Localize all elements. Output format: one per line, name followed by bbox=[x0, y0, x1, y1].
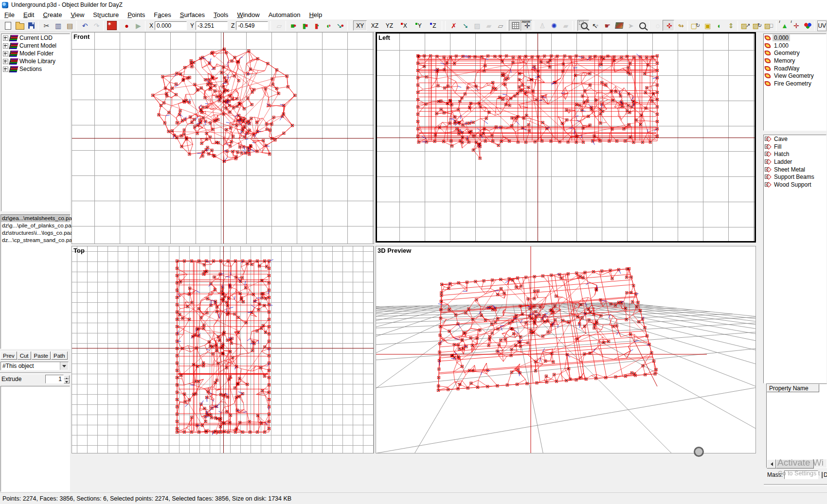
menu-item-faces[interactable]: Faces bbox=[149, 10, 175, 19]
bar-icon[interactable]: ▮▪ bbox=[311, 20, 323, 31]
solid-cube-icon[interactable]: ▰ bbox=[482, 20, 494, 31]
plane-button-y[interactable]: Y bbox=[412, 20, 425, 31]
property-hscrollbar[interactable] bbox=[767, 459, 827, 468]
menu-item-file[interactable]: File bbox=[0, 10, 19, 19]
save-icon[interactable] bbox=[25, 20, 36, 31]
zoom-region-icon[interactable] bbox=[577, 20, 589, 31]
normals-icon[interactable]: norm✛ bbox=[521, 20, 532, 31]
cylinders-icon[interactable]: ◖◗ bbox=[323, 20, 334, 31]
menu-item-help[interactable]: Help bbox=[305, 10, 326, 19]
extrude-spinner[interactable] bbox=[64, 375, 70, 383]
menu-item-structure[interactable]: Structure bbox=[89, 10, 123, 19]
deselect-icon[interactable]: ✗ bbox=[447, 20, 459, 31]
left-mesh-canvas[interactable] bbox=[377, 34, 755, 241]
lod-item-memory[interactable]: Memory bbox=[764, 57, 826, 65]
soft-curves-icon[interactable]: ↬ bbox=[674, 20, 686, 31]
viewport-3d-preview[interactable]: 3D Preview bbox=[376, 246, 756, 453]
selection-item-wood-support[interactable]: Wood Support bbox=[764, 181, 826, 189]
menu-item-points[interactable]: Points bbox=[123, 10, 149, 19]
paste-icon[interactable]: ▤ bbox=[63, 20, 75, 31]
plane-button-yz[interactable]: YZ bbox=[382, 20, 396, 31]
tree-item-current-model[interactable]: Current Model bbox=[1, 42, 70, 50]
magnifier-icon[interactable] bbox=[636, 20, 647, 31]
surface-icon[interactable]: ▰ bbox=[559, 20, 571, 31]
dropdown-arrow-icon[interactable] bbox=[60, 362, 68, 370]
cut-icon[interactable]: ✂ bbox=[40, 20, 52, 31]
property-name-header[interactable]: Property Name bbox=[767, 384, 819, 392]
expand-plus-icon[interactable] bbox=[3, 43, 8, 49]
object-filter-dropdown[interactable]: #This object bbox=[0, 362, 69, 370]
menu-item-surfaces[interactable]: Surfaces bbox=[176, 10, 209, 19]
wire-cube-icon[interactable]: ▱ bbox=[494, 20, 505, 31]
lod-item-roadway[interactable]: RoadWay bbox=[764, 65, 826, 72]
scroll-thumb[interactable] bbox=[776, 459, 814, 469]
plane-button-xz[interactable]: XZ bbox=[368, 20, 381, 31]
dayz-logo-icon[interactable]: ✶ bbox=[105, 20, 117, 31]
menu-item-view[interactable]: View bbox=[66, 10, 89, 19]
front-mesh-canvas[interactable] bbox=[72, 33, 374, 243]
flat-arrow-icon[interactable]: ➤ bbox=[624, 20, 636, 31]
select-through-icon[interactable]: ➘ bbox=[459, 20, 470, 31]
menu-item-automation[interactable]: Automation bbox=[264, 10, 305, 19]
lod-item-view-geometry[interactable]: View Geometry bbox=[764, 72, 826, 80]
open-folder-icon[interactable] bbox=[13, 20, 25, 31]
runner-icon[interactable]: ♙ bbox=[536, 20, 547, 31]
lod-item-1-000[interactable]: 1.000 bbox=[764, 42, 826, 50]
viewport-layout-icon[interactable]: ▱ bbox=[272, 20, 284, 31]
scroll-left-icon[interactable] bbox=[767, 459, 776, 469]
viewport-top[interactable]: Top bbox=[72, 246, 374, 453]
mass-input[interactable] bbox=[784, 470, 818, 479]
coord-x-input[interactable] bbox=[155, 21, 187, 30]
lod-item-0-000[interactable]: 0.000 bbox=[764, 34, 826, 42]
mass-checkbox[interactable] bbox=[822, 472, 823, 478]
redo-icon[interactable]: ↷ bbox=[90, 20, 102, 31]
play-icon[interactable]: ▶ bbox=[132, 20, 144, 31]
lod-item-fire-geometry[interactable]: Fire Geometry bbox=[764, 80, 826, 87]
info-triangle-icon[interactable]: i▲ bbox=[778, 20, 790, 31]
plane-button-z[interactable]: Z bbox=[426, 20, 440, 31]
expand-plus-icon[interactable] bbox=[3, 59, 8, 64]
lod-item-geometry[interactable]: Geometry bbox=[764, 49, 826, 57]
cube-rotate-icon[interactable]: ▨↻ bbox=[751, 20, 763, 31]
nav-button-path[interactable]: Path bbox=[51, 351, 68, 360]
info-axis-icon[interactable]: i✛ bbox=[790, 20, 801, 31]
selection-item-sheet-metal[interactable]: Sheet Metal bbox=[764, 166, 826, 174]
new-file-icon[interactable] bbox=[1, 20, 13, 31]
menu-item-tools[interactable]: Tools bbox=[209, 10, 233, 19]
coord-y-input[interactable] bbox=[196, 21, 228, 30]
expand-plus-icon[interactable] bbox=[3, 35, 8, 41]
selection-item-support-beams[interactable]: Support Beams bbox=[764, 173, 826, 181]
textured-face-icon[interactable] bbox=[612, 20, 624, 31]
tree-item-whole-library[interactable]: Whole Library bbox=[1, 57, 70, 65]
expand-plus-icon[interactable] bbox=[3, 51, 8, 56]
move-all-icon[interactable]: ✜ bbox=[663, 20, 674, 31]
viewport-left[interactable]: Left bbox=[376, 32, 756, 243]
spin-down-icon[interactable] bbox=[64, 379, 70, 383]
menu-item-create[interactable]: Create bbox=[38, 10, 66, 19]
menu-item-edit[interactable]: Edit bbox=[19, 10, 38, 19]
plane-button-x[interactable]: X bbox=[397, 20, 411, 31]
tree-item-sections[interactable]: Sections bbox=[1, 65, 70, 73]
grid-toggle-icon[interactable] bbox=[509, 20, 521, 31]
shade-icon[interactable]: ▨ bbox=[470, 20, 482, 31]
rotate-box-icon[interactable]: ▢↻ bbox=[689, 20, 701, 31]
texture-item-dz-structures-i-logs-co-paa[interactable]: dz\structures\i...\logs_co.paa bbox=[1, 229, 70, 237]
coord-z-input[interactable] bbox=[236, 21, 268, 30]
spin-up-icon[interactable] bbox=[64, 375, 70, 380]
undo-icon[interactable]: ↶ bbox=[78, 20, 90, 31]
align-stack-icon[interactable]: ⇕ bbox=[724, 20, 736, 31]
nav-button-paste[interactable]: Paste bbox=[32, 351, 51, 360]
selection-item-fill[interactable]: Fill bbox=[764, 143, 826, 151]
tree-item-model-folder[interactable]: Model Folder bbox=[1, 50, 70, 57]
copy-icon[interactable]: ▥ bbox=[52, 20, 63, 31]
extrude-value[interactable]: 1 bbox=[45, 375, 64, 383]
paint-select-icon[interactable]: ☛ bbox=[601, 20, 612, 31]
selection-item-ladder[interactable]: Ladder bbox=[764, 158, 826, 166]
inner-box-icon[interactable]: ▣ bbox=[701, 20, 713, 31]
nav-button-prev[interactable]: Prev bbox=[0, 351, 17, 360]
selection-item-cave[interactable]: Cave bbox=[764, 135, 826, 143]
texture-item-dz-cp-stream-sand-co-paa[interactable]: dz...\cp_stream_sand_co.paa bbox=[1, 237, 70, 244]
texture-item-dz-g-pile-of-planks-co-paa[interactable]: dz\g...\pile_of_planks_co.paa bbox=[1, 222, 70, 229]
expand-plus-icon[interactable] bbox=[3, 67, 8, 72]
node-select-icon[interactable]: ↖▫ bbox=[589, 20, 601, 31]
